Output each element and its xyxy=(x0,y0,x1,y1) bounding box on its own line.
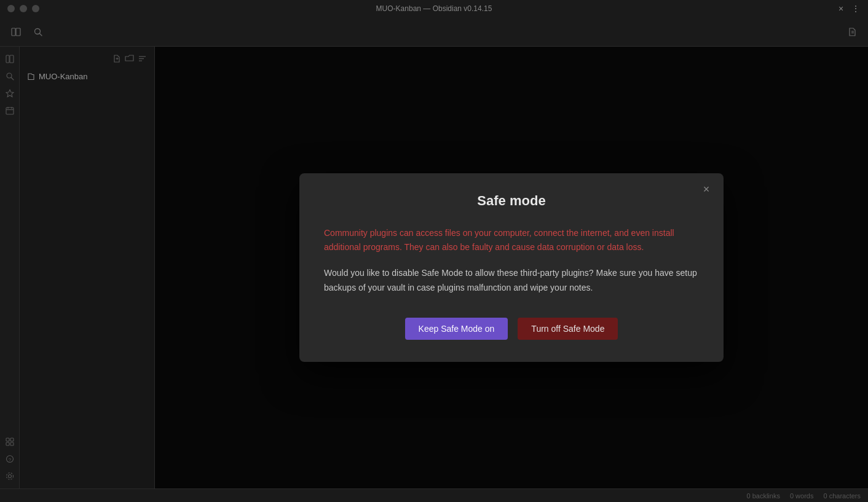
svg-rect-0 xyxy=(12,28,15,36)
window-title: MUO-Kanban — Obsidian v0.14.15 xyxy=(376,4,492,13)
file-tree-item[interactable]: MUO-Kanban xyxy=(20,70,154,83)
svg-marker-10 xyxy=(6,90,14,97)
svg-rect-16 xyxy=(10,438,14,441)
window-more-button[interactable]: ⋮ xyxy=(851,4,861,14)
sidebar-icon-starred[interactable] xyxy=(2,86,17,101)
search-toolbar-icon[interactable] xyxy=(30,23,47,41)
svg-rect-7 xyxy=(10,55,14,63)
svg-text:?: ? xyxy=(8,457,11,463)
traffic-light-close[interactable] xyxy=(7,5,15,12)
keep-safe-mode-button[interactable]: Keep Safe Mode on xyxy=(405,318,508,340)
modal-body-text: Would you like to disable Safe Mode to a… xyxy=(324,266,699,296)
traffic-lights xyxy=(7,5,39,12)
status-backlinks: 0 backlinks xyxy=(747,492,780,500)
file-tree-item-label: MUO-Kanban xyxy=(39,72,87,81)
modal-actions: Keep Safe Mode on Turn off Safe Mode xyxy=(324,318,699,340)
svg-rect-18 xyxy=(10,442,14,445)
file-tree-header xyxy=(20,52,154,70)
sidebar-icons: ? xyxy=(0,47,20,488)
sidebar-toggle-icon[interactable] xyxy=(7,23,25,41)
sidebar-icon-plugins[interactable] xyxy=(2,434,17,449)
svg-point-21 xyxy=(8,475,11,478)
sidebar-icon-help[interactable]: ? xyxy=(2,452,17,466)
modal-title: Safe mode xyxy=(324,193,699,209)
file-tree-action-icons xyxy=(112,54,147,65)
new-note-icon[interactable] xyxy=(112,54,121,65)
traffic-light-minimize[interactable] xyxy=(20,5,27,12)
new-note-toolbar-icon[interactable] xyxy=(843,23,861,41)
sidebar-icon-files[interactable] xyxy=(2,52,17,66)
svg-line-3 xyxy=(39,33,42,36)
window-close-button[interactable]: × xyxy=(836,4,846,14)
status-characters: 0 characters xyxy=(823,492,861,500)
svg-rect-15 xyxy=(6,438,9,441)
turn-off-safe-mode-button[interactable]: Turn off Safe Mode xyxy=(518,318,618,340)
modal-close-button[interactable]: × xyxy=(699,182,714,197)
sidebar-icon-search[interactable] xyxy=(2,69,17,84)
svg-line-9 xyxy=(11,77,14,80)
title-bar: MUO-Kanban — Obsidian v0.14.15 × ⋮ xyxy=(0,0,868,17)
title-bar-controls: × ⋮ xyxy=(836,4,861,14)
svg-point-22 xyxy=(6,473,13,480)
sidebar-icon-calendar[interactable] xyxy=(2,103,17,118)
modal-warning-text: Community plugins can access files on yo… xyxy=(324,226,699,254)
sidebar-icon-settings[interactable] xyxy=(2,469,17,484)
svg-rect-6 xyxy=(6,55,9,63)
safe-mode-modal: × Safe mode Community plugins can access… xyxy=(299,173,724,361)
file-tree: MUO-Kanban xyxy=(20,47,155,488)
toolbar xyxy=(0,17,868,47)
svg-rect-11 xyxy=(6,108,14,114)
svg-rect-1 xyxy=(16,28,20,36)
main-content: × Safe mode Community plugins can access… xyxy=(155,47,868,488)
modal-overlay: × Safe mode Community plugins can access… xyxy=(155,47,868,488)
new-folder-icon[interactable] xyxy=(125,54,134,65)
svg-rect-17 xyxy=(6,442,9,445)
status-words: 0 words xyxy=(790,492,814,500)
traffic-light-maximize[interactable] xyxy=(32,5,39,12)
sort-icon[interactable] xyxy=(138,54,147,65)
app-body: ? xyxy=(0,47,868,488)
status-bar: 0 backlinks 0 words 0 characters xyxy=(0,488,868,502)
